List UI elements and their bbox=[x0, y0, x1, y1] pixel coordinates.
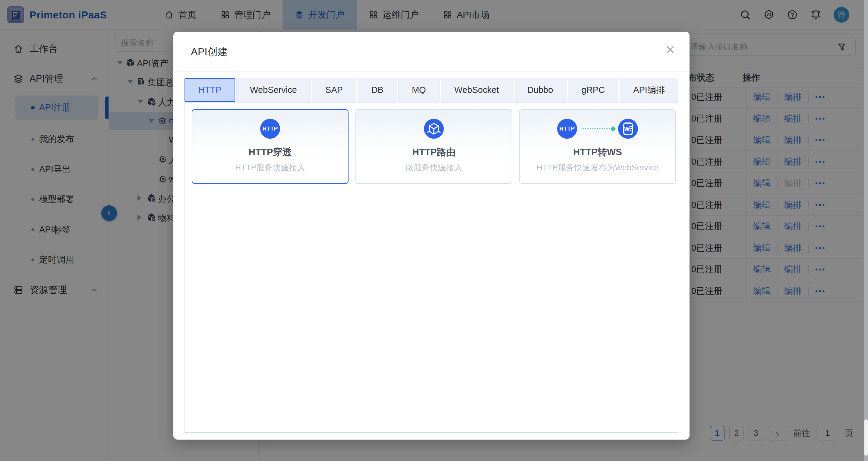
tab-sap[interactable]: SAP bbox=[312, 78, 356, 102]
tab-websocket[interactable]: WebSocket bbox=[441, 78, 513, 102]
tab-grpc[interactable]: gRPC bbox=[568, 78, 618, 102]
card-subtitle: HTTP服务快速发布为WebService bbox=[520, 162, 675, 173]
card-title: HTTP路由 bbox=[356, 146, 512, 159]
http-badge-icon: HTTP bbox=[260, 119, 280, 139]
tab-webservice[interactable]: WebService bbox=[236, 78, 311, 102]
page-scrollbar bbox=[864, 0, 868, 461]
api-create-modal: API创建 ✕ HTTP WebService SAP DB MQ WebSoc… bbox=[173, 32, 689, 439]
dotted-arrow-icon bbox=[583, 128, 613, 129]
tab-http[interactable]: HTTP bbox=[185, 78, 235, 102]
card-http-to-ws[interactable]: HTTP W HTTP转WS HTTP服务快速发布为WebService bbox=[519, 109, 676, 184]
app-root: P Primeton iPaaS 首页 管理门户 bbox=[0, 0, 868, 461]
close-icon[interactable]: ✕ bbox=[665, 44, 675, 56]
card-subtitle: HTTP服务快速接入 bbox=[192, 162, 348, 173]
tab-db[interactable]: DB bbox=[358, 78, 397, 102]
card-http-passthrough[interactable]: HTTP HTTP穿透 HTTP服务快速接入 bbox=[192, 109, 348, 184]
modal-header: API创建 ✕ bbox=[173, 32, 689, 72]
card-subtitle: 微服务快速接入 bbox=[356, 162, 512, 173]
http-badge-icon: HTTP bbox=[557, 119, 577, 139]
card-title: HTTP穿透 bbox=[192, 146, 348, 159]
cube-wireframe-icon bbox=[424, 119, 444, 139]
tab-api-orchestration[interactable]: API编排 bbox=[620, 78, 678, 102]
modal-title: API创建 bbox=[191, 32, 228, 71]
card-http-route[interactable]: HTTP路由 微服务快速接入 bbox=[355, 109, 512, 184]
svg-text:W: W bbox=[624, 126, 629, 132]
card-title: HTTP转WS bbox=[520, 146, 675, 159]
tab-dubbo[interactable]: Dubbo bbox=[514, 78, 567, 102]
modal-content-box: HTTP HTTP穿透 HTTP服务快速接入 HTTP路由 微服务 bbox=[185, 102, 678, 433]
modal-tabs: HTTP WebService SAP DB MQ WebSocket Dubb… bbox=[185, 78, 678, 102]
scrollbar-thumb[interactable] bbox=[864, 420, 868, 456]
webservice-doc-icon: W bbox=[618, 119, 638, 139]
tab-mq[interactable]: MQ bbox=[398, 78, 440, 102]
